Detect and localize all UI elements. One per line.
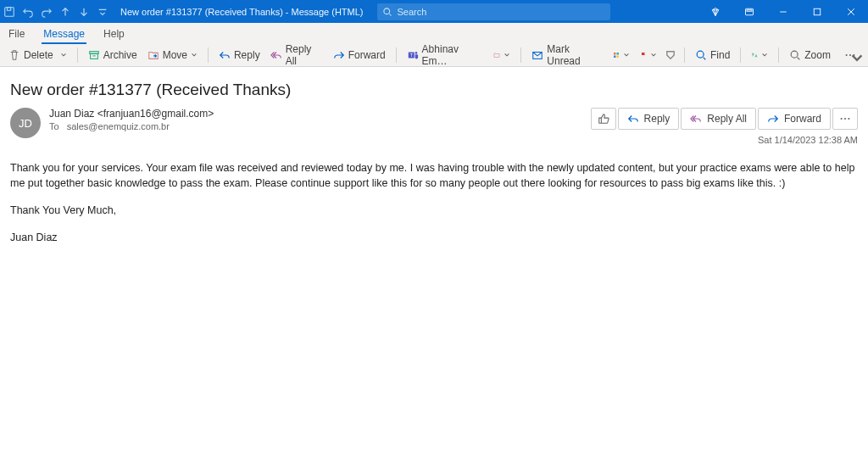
zoom-label: Zoom xyxy=(804,49,831,61)
arrow-up-icon[interactable] xyxy=(56,0,75,23)
categorize-button[interactable] xyxy=(608,46,635,64)
more-actions-button[interactable] xyxy=(832,108,858,130)
redo-icon[interactable] xyxy=(37,0,56,23)
mark-unread-button[interactable]: Mark Unread xyxy=(526,46,608,64)
forward-label: Forward xyxy=(348,49,386,61)
diamond-icon[interactable] xyxy=(698,0,732,23)
reply-all-icon xyxy=(270,49,282,61)
reply-all-label: Reply All xyxy=(707,113,747,125)
undo-icon[interactable] xyxy=(19,0,37,23)
sender-line: Juan Diaz <franjuan16@gmail.com> xyxy=(49,108,591,120)
reply-label: Reply xyxy=(234,49,260,61)
reply-all-button-header[interactable]: Reply All xyxy=(681,108,756,130)
tab-help[interactable]: Help xyxy=(102,25,126,44)
svg-rect-15 xyxy=(617,56,620,59)
reply-button[interactable]: Reply xyxy=(214,46,265,64)
qat-customize-icon[interactable] xyxy=(93,0,112,23)
zoom-button[interactable]: Zoom xyxy=(784,46,836,64)
subject-line: New order #131377 (Received Thanks) xyxy=(10,81,858,99)
tab-message[interactable]: Message xyxy=(42,25,86,44)
search-input[interactable] xyxy=(398,7,605,17)
reply-all-icon xyxy=(690,113,702,125)
svg-point-17 xyxy=(791,51,798,58)
ribbon-mode-icon[interactable] xyxy=(732,0,766,23)
close-button[interactable] xyxy=(834,0,868,23)
to-line: To sales@enemquiz.com.br xyxy=(49,121,591,131)
mark-unread-label: Mark Unread xyxy=(547,43,603,67)
search-box[interactable] xyxy=(377,3,610,20)
categorize-icon xyxy=(613,52,620,59)
flag-button[interactable] xyxy=(635,46,662,64)
forward-label: Forward xyxy=(784,113,821,125)
body-paragraph: Thank You Very Much, xyxy=(10,203,858,218)
arrow-down-icon[interactable] xyxy=(75,0,93,23)
teams-label: Abhinav Em… xyxy=(422,43,484,67)
translate-button[interactable] xyxy=(746,46,773,64)
thumbs-up-icon xyxy=(598,113,609,125)
find-icon xyxy=(695,49,707,61)
reply-all-button[interactable]: Reply All xyxy=(265,46,328,64)
svg-point-22 xyxy=(844,118,846,120)
policy-icon[interactable] xyxy=(662,46,679,64)
delete-label: Delete xyxy=(24,49,53,61)
svg-point-18 xyxy=(846,54,848,56)
message-body: Thank you for your services. Your exam f… xyxy=(10,145,858,273)
body-paragraph: Thank you for your services. Your exam f… xyxy=(10,160,858,191)
rules-dropdown[interactable] xyxy=(488,46,515,64)
titlebar: New order #131377 (Received Thanks) - Me… xyxy=(0,0,868,23)
to-value: sales@enemquiz.com.br xyxy=(67,121,170,131)
archive-icon xyxy=(88,49,100,61)
trash-icon xyxy=(8,49,20,61)
to-label: To xyxy=(49,121,59,131)
body-paragraph: Juan Diaz xyxy=(10,230,858,245)
forward-icon xyxy=(333,49,345,61)
svg-rect-12 xyxy=(614,53,616,55)
find-label: Find xyxy=(710,49,730,61)
like-button[interactable] xyxy=(591,108,616,130)
sender-avatar[interactable]: JD xyxy=(10,108,41,138)
svg-rect-0 xyxy=(5,7,14,16)
tab-file[interactable]: File xyxy=(7,25,26,44)
collapse-ribbon[interactable] xyxy=(849,51,865,66)
svg-rect-14 xyxy=(614,56,616,59)
forward-icon xyxy=(767,113,779,125)
move-button[interactable]: Move xyxy=(142,46,203,64)
svg-point-16 xyxy=(697,51,704,58)
message-header: JD Juan Diaz <franjuan16@gmail.com> To s… xyxy=(10,108,858,145)
svg-rect-4 xyxy=(747,9,752,11)
svg-point-23 xyxy=(848,118,849,120)
translate-icon xyxy=(751,52,758,59)
delete-dropdown[interactable] xyxy=(55,46,72,64)
share-teams-button[interactable]: T Abhinav Em… xyxy=(402,46,489,64)
reply-label: Reply xyxy=(644,113,670,125)
ribbon-tabs: File Message Help xyxy=(0,23,868,44)
save-icon[interactable] xyxy=(0,0,19,23)
archive-button[interactable]: Archive xyxy=(83,46,142,64)
window-title: New order #131377 (Received Thanks) - Me… xyxy=(120,7,364,17)
ribbon: Delete Archive Move Reply Reply All Forw… xyxy=(0,44,868,67)
envelope-icon xyxy=(531,49,543,61)
archive-label: Archive xyxy=(103,49,137,61)
teams-icon: T xyxy=(407,49,419,61)
zoom-icon xyxy=(789,49,801,61)
maximize-button[interactable] xyxy=(800,0,834,23)
forward-button-header[interactable]: Forward xyxy=(758,108,831,130)
reply-all-label: Reply All xyxy=(286,43,323,67)
minimize-button[interactable] xyxy=(766,0,800,23)
svg-point-10 xyxy=(415,52,417,54)
rules-icon xyxy=(493,52,500,59)
forward-button[interactable]: Forward xyxy=(328,46,391,64)
find-button[interactable]: Find xyxy=(690,46,735,64)
message-pane: New order #131377 (Received Thanks) JD J… xyxy=(0,67,868,273)
folder-move-icon xyxy=(147,49,159,61)
svg-rect-1 xyxy=(7,7,10,10)
reply-icon xyxy=(627,113,639,125)
ellipsis-icon xyxy=(839,113,851,125)
reply-icon xyxy=(219,49,231,61)
svg-point-21 xyxy=(841,118,843,120)
reply-button-header[interactable]: Reply xyxy=(618,108,680,130)
search-icon xyxy=(382,7,392,17)
move-label: Move xyxy=(163,49,187,61)
message-date: Sat 1/14/2023 12:38 AM xyxy=(758,135,858,145)
delete-button[interactable]: Delete xyxy=(3,46,55,64)
